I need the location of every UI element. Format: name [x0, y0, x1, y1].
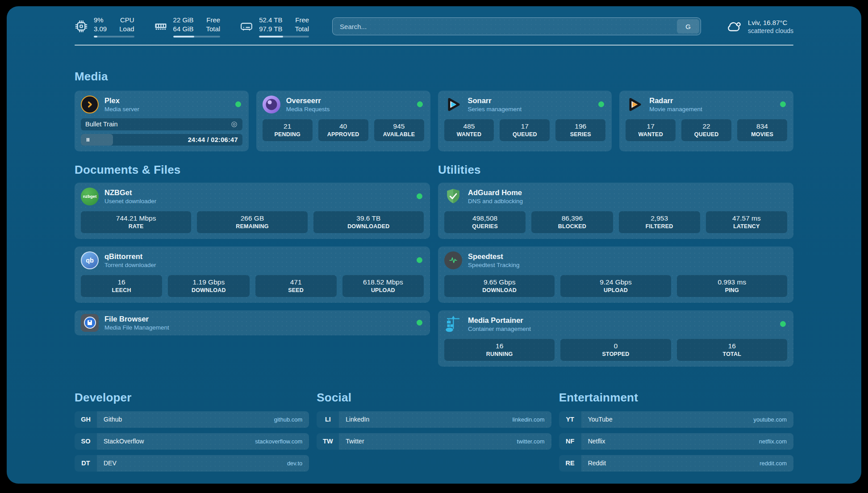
- weather-widget: Lviv, 16.87°C scattered clouds: [726, 18, 793, 34]
- bookmark-github[interactable]: GH Github github.com: [75, 411, 309, 428]
- service-card-sonarr[interactable]: Sonarr Series management 485WANTED 17QUE…: [438, 91, 612, 151]
- service-description: Torrent downloader: [104, 262, 407, 268]
- stat-leech: 16LEECH: [81, 275, 162, 297]
- utilities-column: Utilities AdGuard Home: [438, 163, 793, 367]
- playback-progress-bar: 24:44 / 02:06:47: [81, 134, 242, 146]
- stat-total: 16TOTAL: [677, 339, 787, 361]
- stat-wanted: 485WANTED: [444, 119, 494, 141]
- search-engine-button[interactable]: G: [677, 19, 699, 33]
- bookmark-linkedin[interactable]: LI LinkedIn linkedin.com: [317, 411, 551, 428]
- service-name: Media Portainer: [468, 316, 771, 325]
- cpu-progress-bar: [94, 36, 134, 38]
- bookmark-netflix[interactable]: NF Netflix netflix.com: [559, 433, 793, 450]
- bookmark-reddit[interactable]: RE Reddit reddit.com: [559, 455, 793, 472]
- stat-blocked: 86,396BLOCKED: [531, 211, 613, 233]
- memory-widget: 22 GiB 64 GiB Free Total: [154, 16, 221, 38]
- weather-summary: Lviv, 16.87°C: [748, 19, 793, 26]
- service-description: Movie management: [649, 106, 771, 113]
- bookmark-group-developer: Developer GH Github github.com SO StackO…: [75, 391, 309, 472]
- service-card-radarr[interactable]: Radarr Movie management 17WANTED 22QUEUE…: [619, 91, 793, 151]
- service-name: Speedtest: [468, 252, 787, 261]
- service-card-filebrowser[interactable]: File Browser Media File Management: [75, 310, 430, 335]
- bookmark-dev[interactable]: DT DEV dev.to: [75, 455, 309, 472]
- camera-lens-icon: [230, 121, 238, 128]
- service-description: Media Requests: [286, 106, 408, 113]
- service-name: File Browser: [104, 315, 407, 323]
- service-description: Usenet downloader: [104, 198, 407, 205]
- stat-movies: 834MOVIES: [737, 119, 787, 141]
- adguard-icon: [444, 188, 462, 205]
- qbittorrent-icon: qb: [81, 251, 99, 269]
- section-title-entertainment: Entertainment: [559, 391, 793, 405]
- service-card-adguard[interactable]: AdGuard Home DNS and adblocking 498,508Q…: [438, 183, 793, 239]
- stat-upload: 618.52 MbpsUPLOAD: [342, 275, 424, 297]
- status-dot-online: [598, 101, 604, 107]
- search-input[interactable]: [333, 23, 677, 30]
- disk-icon: [240, 20, 253, 33]
- service-card-overseerr[interactable]: Overseerr Media Requests 21PENDING 40APP…: [256, 91, 430, 151]
- status-dot-online: [780, 321, 786, 327]
- now-playing-title: Bullet Train: [85, 121, 118, 128]
- stat-running: 16RUNNING: [444, 339, 555, 361]
- stat-queued: 22QUEUED: [681, 119, 731, 141]
- stat-approved: 40APPROVED: [318, 119, 368, 141]
- stat-filtered: 2,953FILTERED: [619, 211, 700, 233]
- stat-latency: 47.57 msLATENCY: [706, 211, 787, 233]
- service-card-plex[interactable]: Plex Media server Bullet Train: [75, 91, 249, 151]
- memory-icon: [154, 20, 167, 33]
- portainer-icon: [444, 315, 462, 333]
- bookmark-group-social: Social LI LinkedIn linkedin.com TW Twitt…: [317, 391, 551, 450]
- filebrowser-icon: [81, 314, 99, 332]
- cpu-icon: [75, 20, 88, 33]
- media-card-row: Plex Media server Bullet Train: [75, 91, 793, 151]
- service-description: Speedtest Tracking: [468, 262, 787, 268]
- memory-progress-bar: [173, 36, 221, 38]
- status-dot-online: [235, 101, 241, 107]
- section-title-social: Social: [317, 391, 551, 405]
- service-name: Radarr: [649, 96, 771, 105]
- disk-free-value: 52.4 TB: [259, 16, 282, 25]
- stat-pending: 21PENDING: [263, 119, 313, 141]
- stat-series: 196SERIES: [555, 119, 605, 141]
- service-card-portainer[interactable]: Media Portainer Container management 16R…: [438, 310, 793, 367]
- cpu-widget: 9% 3.09 CPU Load: [75, 16, 134, 38]
- cpu-usage-value: 9%: [94, 16, 107, 25]
- section-title-documents: Documents & Files: [75, 163, 430, 177]
- cloud-icon: [726, 18, 742, 34]
- top-bar: 9% 3.09 CPU Load: [75, 16, 793, 38]
- stat-upload: 9.24 GbpsUPLOAD: [560, 275, 671, 297]
- service-description: Container management: [468, 326, 771, 332]
- nzbget-icon: nzbget: [81, 188, 99, 205]
- status-dot-online: [417, 193, 422, 199]
- weather-condition: scattered clouds: [748, 27, 793, 34]
- section-title-developer: Developer: [75, 391, 309, 405]
- cpu-load-value: 3.09: [94, 25, 107, 33]
- bookmark-stackoverflow[interactable]: SO StackOverflow stackoverflow.com: [75, 433, 309, 450]
- disk-free-label: Free: [295, 16, 309, 25]
- dashboard-root: 9% 3.09 CPU Load: [7, 6, 861, 484]
- radarr-icon: [626, 96, 643, 113]
- bookmark-youtube[interactable]: YT YouTube youtube.com: [559, 411, 793, 428]
- memory-total-value: 64 GiB: [173, 25, 194, 33]
- service-card-speedtest[interactable]: Speedtest Speedtest Tracking 9.65 GbpsDO…: [438, 246, 793, 303]
- service-name: Overseerr: [286, 96, 408, 105]
- service-card-qbittorrent[interactable]: qb qBittorrent Torrent downloader 16LEEC…: [75, 246, 430, 303]
- service-description: Media server: [104, 106, 226, 113]
- status-dot-online: [417, 257, 422, 263]
- service-name: Sonarr: [468, 96, 589, 105]
- stat-stopped: 0STOPPED: [560, 339, 671, 361]
- status-dot-online: [417, 101, 423, 107]
- bookmark-group-entertainment: Entertainment YT YouTube youtube.com NF …: [559, 391, 793, 472]
- service-card-nzbget[interactable]: nzbget NZBGet Usenet downloader 744.21 M…: [75, 183, 430, 239]
- service-name: qBittorrent: [104, 252, 407, 261]
- section-title-utilities: Utilities: [438, 163, 793, 177]
- stat-download: 1.19 GbpsDOWNLOAD: [168, 275, 249, 297]
- playback-time: 24:44 / 02:06:47: [188, 136, 238, 143]
- plex-icon: [81, 96, 99, 113]
- stat-available: 945AVAILABLE: [374, 119, 424, 141]
- bookmark-twitter[interactable]: TW Twitter twitter.com: [317, 433, 551, 450]
- stat-download: 9.65 GbpsDOWNLOAD: [444, 275, 555, 297]
- service-description: DNS and adblocking: [468, 198, 787, 205]
- now-playing-row: Bullet Train: [81, 118, 242, 130]
- stat-wanted: 17WANTED: [626, 119, 676, 141]
